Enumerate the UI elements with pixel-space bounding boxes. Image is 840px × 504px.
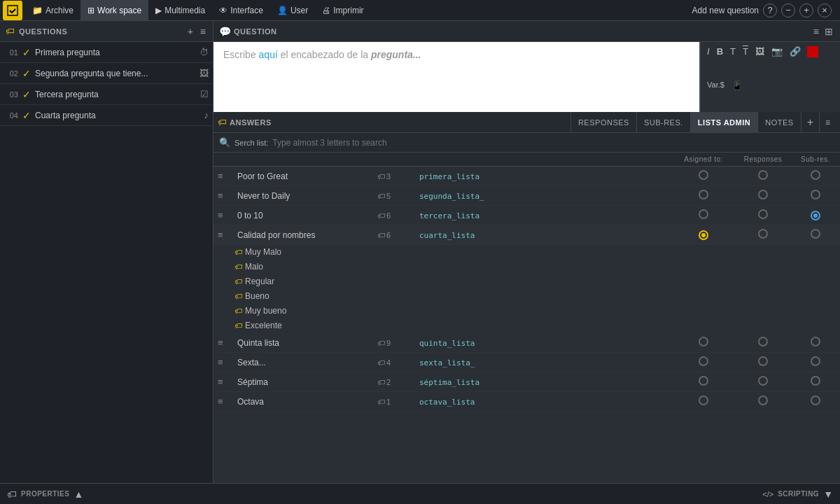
toolbar-var[interactable]: Var.$ (705, 79, 727, 90)
responses-radio[interactable] (758, 209, 768, 219)
assigned-radio[interactable] (699, 209, 708, 219)
add-tab-button[interactable]: + (801, 112, 819, 133)
toolbar-text[interactable]: T (728, 45, 738, 58)
table-row[interactable]: ≡ Octava 🏷1 octava_lista (214, 392, 840, 412)
properties-tag-icon: 🏷 (7, 489, 17, 500)
toolbar-bold[interactable]: B (715, 45, 725, 58)
list-identifier: tercera_lista (419, 211, 479, 220)
nav-imprimir[interactable]: 🖨 Imprimir (315, 0, 370, 21)
list-item[interactable]: 03 ✓ Tercera pregunta ☑ (0, 84, 213, 105)
responses-radio[interactable] (758, 356, 768, 366)
tab-subres[interactable]: SUB-RES. (636, 112, 690, 133)
toolbar-text-style[interactable]: T (741, 45, 750, 58)
subres-radio[interactable] (811, 337, 820, 346)
list-identifier: sexta_lista_ (419, 358, 475, 368)
responses-radio[interactable] (758, 170, 768, 180)
maximize-button[interactable]: + (799, 4, 813, 18)
table-row[interactable]: ≡ 0 to 10 🏷6 tercera_lista (214, 206, 840, 225)
subres-radio[interactable] (811, 229, 820, 239)
table-row[interactable]: ≡ Sexta... 🏷4 sexta_lista_ (214, 353, 840, 372)
search-bar: 🔍 Serch list: (214, 133, 840, 153)
list-type-icon: ≡ (218, 190, 223, 201)
toolbar-color[interactable] (807, 46, 818, 57)
list-name: Octava (237, 397, 264, 407)
assigned-radio[interactable] (699, 190, 708, 200)
toolbar-image[interactable]: 🖼 (753, 45, 766, 58)
table-row[interactable]: ≡ Calidad por nombres 🏷6 cuarta_lista (214, 225, 840, 245)
app-logo[interactable] (3, 1, 22, 20)
list-name: Séptima (237, 377, 268, 387)
list-type-icon: ≡ (218, 377, 223, 387)
question-section-title: QUESTION (234, 27, 276, 36)
user-icon: 👤 (277, 6, 288, 15)
responses-radio[interactable] (758, 337, 768, 346)
assigned-radio[interactable] (699, 356, 708, 366)
bottom-left: 🏷 PROPERTIES ▲ (0, 489, 755, 500)
list-type-icon: ≡ (218, 210, 223, 220)
subres-radio[interactable] (811, 396, 820, 405)
subres-radio-selected[interactable] (811, 211, 820, 220)
toolbar-mobile[interactable]: 📱 (729, 79, 745, 92)
scripting-down-icon[interactable]: ▼ (823, 489, 833, 500)
toolbar-camera[interactable]: 📷 (769, 45, 785, 58)
questions-menu-button[interactable]: ≡ (199, 24, 207, 38)
nav-user[interactable]: 👤 User (270, 0, 315, 21)
responses-radio[interactable] (758, 376, 768, 386)
properties-up-icon[interactable]: ▲ (74, 489, 83, 500)
table-row[interactable]: ≡ Poor to Great 🏷3 primera_lista (214, 167, 840, 186)
minimize-button[interactable]: − (781, 4, 795, 18)
nav-workspace[interactable]: ⊞ Work space (80, 0, 148, 21)
assigned-radio[interactable] (699, 337, 708, 346)
subres-radio[interactable] (811, 170, 820, 180)
bottom-bar: 🏷 PROPERTIES ▲ </> SCRIPTING ▼ (0, 483, 840, 504)
left-panel: 🏷 QUESTIONS + ≡ 01 ✓ Primera pregunta ⏱ … (0, 21, 214, 483)
subres-radio[interactable] (811, 190, 820, 200)
table-row[interactable]: ≡ Quinta lista 🏷9 quinta_lista (214, 333, 840, 353)
view-list-icon[interactable]: ≡ (812, 26, 820, 37)
tab-notes[interactable]: NOTES (757, 112, 800, 133)
question-editor[interactable]: Escribe aquí el encabezado de la pregunt… (214, 42, 700, 112)
list-name: 0 to 10 (237, 211, 263, 220)
responses-radio[interactable] (758, 190, 768, 200)
list-item[interactable]: 01 ✓ Primera pregunta ⏱ (0, 42, 213, 63)
assigned-radio[interactable] (699, 396, 708, 405)
archive-icon: 📁 (32, 6, 43, 15)
list-item: 🏷Regular (214, 274, 840, 289)
answers-tag-icon: 🏷 (218, 117, 227, 127)
nav-archive[interactable]: 📁 Archive (25, 0, 80, 21)
tab-lists-admin[interactable]: LISTS ADMIN (690, 112, 757, 133)
nav-interface[interactable]: 👁 Interface (212, 0, 270, 21)
toolbar-italic[interactable]: I (705, 45, 712, 58)
add-question-button[interactable]: + (186, 24, 195, 38)
assigned-radio[interactable] (699, 170, 708, 180)
list-item: 🏷Muy bueno (214, 304, 840, 318)
table-row[interactable]: ≡ Never to Daily 🏷5 segunda_lista_ (214, 186, 840, 206)
subres-radio[interactable] (811, 376, 820, 386)
help-button[interactable]: ? (763, 4, 777, 18)
questions-title: QUESTIONS (19, 27, 182, 36)
responses-radio[interactable] (758, 396, 768, 405)
list-identifier: segunda_lista_ (419, 192, 484, 201)
toolbar-link[interactable]: 🔗 (788, 45, 803, 58)
assigned-radio[interactable] (699, 376, 708, 386)
add-new-question-button[interactable]: Add new question (692, 6, 759, 15)
subres-radio[interactable] (811, 356, 820, 366)
list-name: Sexta... (237, 358, 266, 368)
view-grid-icon[interactable]: ⊞ (823, 26, 834, 37)
tab-responses[interactable]: RESPONSES (570, 112, 636, 133)
question-toolbar: I B T T 🖼 📷 🔗 Var.$ 📱 (700, 42, 840, 112)
list-name: Calidad por nombres (237, 230, 315, 240)
nav-multimedia[interactable]: ▶ Multimedia (148, 0, 212, 21)
list-item[interactable]: 04 ✓ Cuarta pregunta ♪ (0, 105, 213, 126)
question-type-icon: ☑ (200, 89, 209, 99)
list-name: Quinta lista (237, 338, 279, 348)
list-name: Poor to Great (237, 172, 288, 181)
tab-menu-button[interactable]: ≡ (819, 112, 836, 133)
search-input[interactable] (272, 138, 834, 148)
list-item[interactable]: 02 ✓ Segunda pregunta que tiene... 🖼 (0, 63, 213, 84)
table-row[interactable]: ≡ Séptima 🏷2 séptima_lista (214, 372, 840, 392)
responses-radio[interactable] (758, 229, 768, 239)
assigned-radio-selected[interactable] (699, 230, 708, 240)
col-header-assigned: Asigned to: (672, 153, 735, 167)
close-button[interactable]: × (818, 4, 832, 18)
